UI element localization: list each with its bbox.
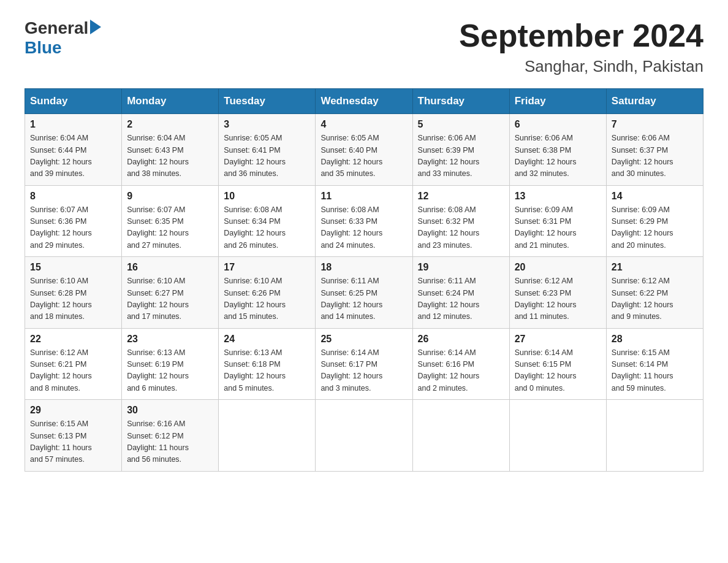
day-number: 7: [612, 119, 698, 130]
week-row-4: 22 Sunrise: 6:12 AMSunset: 6:21 PMDaylig…: [25, 328, 703, 400]
calendar-cell: 20 Sunrise: 6:12 AMSunset: 6:23 PMDaylig…: [509, 257, 606, 329]
day-number: 15: [30, 262, 116, 273]
day-info: Sunrise: 6:13 AMSunset: 6:19 PMDaylight:…: [127, 348, 189, 393]
day-number: 6: [515, 119, 601, 130]
calendar-cell: 6 Sunrise: 6:06 AMSunset: 6:38 PMDayligh…: [509, 114, 606, 186]
calendar-cell: 9 Sunrise: 6:07 AMSunset: 6:35 PMDayligh…: [122, 185, 219, 257]
day-info: Sunrise: 6:07 AMSunset: 6:35 PMDaylight:…: [127, 205, 189, 250]
calendar-cell: 14 Sunrise: 6:09 AMSunset: 6:29 PMDaylig…: [606, 185, 703, 257]
day-info: Sunrise: 6:12 AMSunset: 6:21 PMDaylight:…: [30, 348, 92, 393]
day-info: Sunrise: 6:09 AMSunset: 6:29 PMDaylight:…: [612, 205, 673, 250]
calendar-cell: 10 Sunrise: 6:08 AMSunset: 6:34 PMDaylig…: [219, 185, 316, 257]
logo-arrow-icon: [90, 20, 101, 34]
column-header-wednesday: Wednesday: [316, 89, 412, 114]
day-number: 30: [127, 405, 213, 416]
calendar-cell: [509, 400, 606, 472]
day-number: 21: [612, 262, 698, 273]
calendar-cell: 16 Sunrise: 6:10 AMSunset: 6:27 PMDaylig…: [122, 257, 219, 329]
calendar-cell: 11 Sunrise: 6:08 AMSunset: 6:33 PMDaylig…: [316, 185, 412, 257]
calendar-cell: 15 Sunrise: 6:10 AMSunset: 6:28 PMDaylig…: [25, 257, 122, 329]
calendar-cell: 3 Sunrise: 6:05 AMSunset: 6:41 PMDayligh…: [219, 114, 316, 186]
week-row-5: 29 Sunrise: 6:15 AMSunset: 6:13 PMDaylig…: [25, 400, 703, 472]
calendar-cell: 13 Sunrise: 6:09 AMSunset: 6:31 PMDaylig…: [509, 185, 606, 257]
day-number: 11: [320, 191, 407, 202]
week-row-1: 1 Sunrise: 6:04 AMSunset: 6:44 PMDayligh…: [25, 114, 703, 186]
day-number: 9: [127, 191, 213, 202]
day-info: Sunrise: 6:10 AMSunset: 6:28 PMDaylight:…: [30, 277, 92, 321]
calendar-cell: 30 Sunrise: 6:16 AMSunset: 6:12 PMDaylig…: [122, 400, 219, 472]
calendar-cell: 1 Sunrise: 6:04 AMSunset: 6:44 PMDayligh…: [25, 114, 122, 186]
day-number: 20: [515, 262, 601, 273]
day-info: Sunrise: 6:14 AMSunset: 6:15 PMDaylight:…: [515, 348, 577, 393]
day-info: Sunrise: 6:07 AMSunset: 6:36 PMDaylight:…: [30, 205, 92, 250]
calendar-cell: [606, 400, 703, 472]
calendar-cell: [219, 400, 316, 472]
day-info: Sunrise: 6:13 AMSunset: 6:18 PMDaylight:…: [224, 348, 286, 393]
day-info: Sunrise: 6:08 AMSunset: 6:34 PMDaylight:…: [224, 205, 286, 250]
week-row-2: 8 Sunrise: 6:07 AMSunset: 6:36 PMDayligh…: [25, 185, 703, 257]
calendar-title: September 2024: [459, 18, 703, 53]
column-header-monday: Monday: [122, 89, 219, 114]
day-info: Sunrise: 6:11 AMSunset: 6:24 PMDaylight:…: [418, 277, 480, 321]
day-info: Sunrise: 6:08 AMSunset: 6:32 PMDaylight:…: [418, 205, 480, 250]
day-info: Sunrise: 6:15 AMSunset: 6:14 PMDaylight:…: [612, 348, 673, 393]
day-number: 8: [30, 191, 116, 202]
day-number: 24: [224, 334, 310, 345]
logo: General Blue: [25, 18, 101, 58]
day-number: 17: [224, 262, 310, 273]
day-info: Sunrise: 6:15 AMSunset: 6:13 PMDaylight:…: [30, 419, 92, 464]
calendar-cell: 29 Sunrise: 6:15 AMSunset: 6:13 PMDaylig…: [25, 400, 122, 472]
logo-general-text: General: [25, 18, 88, 38]
title-area: September 2024 Sanghar, Sindh, Pakistan: [459, 18, 703, 76]
calendar-cell: 22 Sunrise: 6:12 AMSunset: 6:21 PMDaylig…: [25, 328, 122, 400]
calendar-cell: 8 Sunrise: 6:07 AMSunset: 6:36 PMDayligh…: [25, 185, 122, 257]
day-number: 1: [30, 119, 116, 130]
day-info: Sunrise: 6:12 AMSunset: 6:22 PMDaylight:…: [612, 277, 673, 321]
week-row-3: 15 Sunrise: 6:10 AMSunset: 6:28 PMDaylig…: [25, 257, 703, 329]
calendar-cell: 26 Sunrise: 6:14 AMSunset: 6:16 PMDaylig…: [412, 328, 509, 400]
calendar-table: SundayMondayTuesdayWednesdayThursdayFrid…: [25, 88, 703, 472]
calendar-cell: 21 Sunrise: 6:12 AMSunset: 6:22 PMDaylig…: [606, 257, 703, 329]
day-number: 2: [127, 119, 213, 130]
day-number: 12: [418, 191, 504, 202]
day-number: 26: [418, 334, 504, 345]
day-info: Sunrise: 6:04 AMSunset: 6:43 PMDaylight:…: [127, 134, 189, 178]
day-info: Sunrise: 6:04 AMSunset: 6:44 PMDaylight:…: [30, 134, 92, 178]
day-info: Sunrise: 6:05 AMSunset: 6:40 PMDaylight:…: [320, 134, 382, 178]
day-number: 22: [30, 334, 116, 345]
calendar-subtitle: Sanghar, Sindh, Pakistan: [459, 57, 703, 76]
day-number: 13: [515, 191, 601, 202]
day-info: Sunrise: 6:12 AMSunset: 6:23 PMDaylight:…: [515, 277, 577, 321]
day-number: 5: [418, 119, 504, 130]
day-number: 28: [612, 334, 698, 345]
column-header-friday: Friday: [509, 89, 606, 114]
calendar-cell: [316, 400, 412, 472]
column-header-sunday: Sunday: [25, 89, 122, 114]
column-header-tuesday: Tuesday: [219, 89, 316, 114]
page-header: General Blue September 2024 Sanghar, Sin…: [25, 18, 703, 76]
calendar-header-row: SundayMondayTuesdayWednesdayThursdayFrid…: [25, 89, 703, 114]
day-info: Sunrise: 6:08 AMSunset: 6:33 PMDaylight:…: [320, 205, 382, 250]
calendar-cell: [412, 400, 509, 472]
day-info: Sunrise: 6:06 AMSunset: 6:38 PMDaylight:…: [515, 134, 577, 178]
calendar-cell: 27 Sunrise: 6:14 AMSunset: 6:15 PMDaylig…: [509, 328, 606, 400]
calendar-cell: 24 Sunrise: 6:13 AMSunset: 6:18 PMDaylig…: [219, 328, 316, 400]
day-info: Sunrise: 6:05 AMSunset: 6:41 PMDaylight:…: [224, 134, 286, 178]
calendar-cell: 4 Sunrise: 6:05 AMSunset: 6:40 PMDayligh…: [316, 114, 412, 186]
day-info: Sunrise: 6:14 AMSunset: 6:17 PMDaylight:…: [320, 348, 382, 393]
day-number: 14: [612, 191, 698, 202]
column-header-thursday: Thursday: [412, 89, 509, 114]
calendar-cell: 28 Sunrise: 6:15 AMSunset: 6:14 PMDaylig…: [606, 328, 703, 400]
day-number: 10: [224, 191, 310, 202]
day-number: 18: [320, 262, 407, 273]
day-info: Sunrise: 6:06 AMSunset: 6:37 PMDaylight:…: [612, 134, 673, 178]
calendar-cell: 18 Sunrise: 6:11 AMSunset: 6:25 PMDaylig…: [316, 257, 412, 329]
calendar-cell: 17 Sunrise: 6:10 AMSunset: 6:26 PMDaylig…: [219, 257, 316, 329]
day-number: 16: [127, 262, 213, 273]
calendar-cell: 25 Sunrise: 6:14 AMSunset: 6:17 PMDaylig…: [316, 328, 412, 400]
calendar-cell: 7 Sunrise: 6:06 AMSunset: 6:37 PMDayligh…: [606, 114, 703, 186]
day-info: Sunrise: 6:16 AMSunset: 6:12 PMDaylight:…: [127, 419, 189, 464]
day-number: 3: [224, 119, 310, 130]
logo-blue-text: Blue: [25, 38, 62, 58]
day-info: Sunrise: 6:10 AMSunset: 6:26 PMDaylight:…: [224, 277, 286, 321]
